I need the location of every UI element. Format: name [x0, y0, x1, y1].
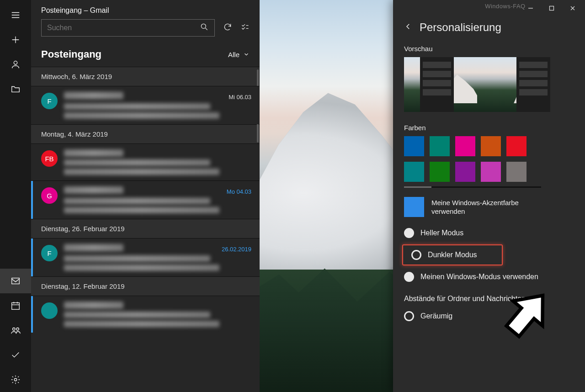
preview-redacted	[64, 207, 219, 213]
radio-icon	[404, 228, 414, 238]
subject-redacted	[64, 159, 210, 166]
calendar-tab[interactable]	[0, 293, 31, 318]
accent-label: Meine Windows-Akzentfarbe verwenden	[431, 198, 537, 216]
nav-column	[0, 0, 31, 392]
filter-dropdown[interactable]: Alle	[228, 51, 250, 58]
avatar: G	[41, 187, 58, 204]
date-separator: Dienstag, 12. Februar 2019	[31, 276, 260, 296]
preview-redacted	[64, 265, 219, 271]
color-swatch[interactable]	[404, 136, 424, 156]
spacing-label: Abstände für Ordner und Nachrichten	[393, 286, 585, 307]
mail-list[interactable]: Mittwoch, 6. März 2019 F Mi 06.03 Montag…	[31, 67, 260, 392]
color-swatch[interactable]	[430, 136, 450, 156]
filter-label: Alle	[228, 51, 239, 58]
sender-redacted	[64, 92, 123, 99]
reading-pane: Windows-FAQ Personalisierung Vorschau	[260, 0, 585, 392]
settings-flyout: Windows-FAQ Personalisierung Vorschau	[393, 0, 585, 392]
color-swatch[interactable]	[506, 162, 526, 182]
accounts-button[interactable]	[0, 52, 31, 77]
preview-redacted	[64, 321, 219, 327]
color-swatch[interactable]	[404, 162, 424, 182]
menu-button[interactable]	[0, 3, 31, 27]
sender-redacted	[64, 149, 123, 157]
mail-item[interactable]: F Mi 06.03	[31, 86, 260, 124]
svg-point-0	[14, 61, 17, 64]
date-separator: Dienstag, 26. Februar 2019	[31, 219, 260, 238]
preview-redacted	[64, 169, 219, 175]
svg-point-5	[14, 378, 17, 381]
subject-redacted	[64, 198, 210, 204]
select-mode-icon[interactable]	[240, 22, 250, 33]
color-swatch[interactable]	[506, 136, 526, 156]
colors-label: Farben	[393, 120, 585, 136]
preview-row	[393, 57, 585, 120]
svg-point-4	[16, 328, 19, 331]
radio-label: Meinen Windows-Modus verwenden	[420, 273, 538, 281]
mail-item[interactable]	[31, 296, 260, 333]
subject-redacted	[64, 103, 210, 110]
mail-tab[interactable]	[0, 269, 31, 293]
color-swatch[interactable]	[455, 162, 475, 182]
mail-item[interactable]: F 26.02.2019	[31, 238, 260, 276]
radio-light-mode[interactable]: Heller Modus	[393, 223, 585, 243]
svg-rect-7	[550, 6, 554, 11]
date-separator: Montag, 4. März 2019	[31, 124, 260, 143]
preview-thumb-list[interactable]	[404, 57, 477, 112]
search-input[interactable]	[47, 24, 200, 32]
settings-title: Personalisierung	[420, 21, 501, 34]
titlebar: Windows-FAQ	[393, 0, 585, 16]
mail-item[interactable]: G Mo 04.03	[31, 180, 260, 219]
accent-swatch	[404, 197, 424, 217]
radio-windows-mode[interactable]: Meinen Windows-Modus verwenden	[393, 267, 585, 286]
radio-label: Geräumig	[420, 312, 452, 320]
radio-spacing-roomy[interactable]: Geräumig	[393, 307, 585, 326]
sync-icon[interactable]	[223, 22, 232, 33]
sender-redacted	[64, 186, 123, 194]
folders-button[interactable]	[0, 77, 31, 101]
maximize-button[interactable]	[541, 1, 562, 16]
radio-icon	[411, 250, 421, 260]
color-swatch[interactable]	[481, 136, 501, 156]
todo-tab[interactable]	[0, 343, 31, 367]
avatar: FB	[41, 150, 58, 167]
avatar: F	[41, 245, 58, 261]
search-box[interactable]	[41, 19, 215, 37]
compose-button[interactable]	[0, 27, 31, 52]
accent-color-option[interactable]: Meine Windows-Akzentfarbe verwenden	[393, 194, 585, 223]
svg-point-6	[201, 24, 206, 28]
mail-date: Mo 04.03	[223, 188, 251, 195]
subject-redacted	[64, 312, 210, 318]
sender-redacted	[64, 244, 123, 251]
radio-dark-mode[interactable]: Dunkler Modus	[402, 244, 503, 265]
radio-label: Dunkler Modus	[428, 251, 477, 259]
preview-thumb-reading[interactable]	[477, 57, 550, 112]
color-swatch[interactable]	[430, 162, 450, 182]
subject-redacted	[64, 255, 210, 262]
date-separator: Mittwoch, 6. März 2019	[31, 67, 260, 86]
inbox-heading: Posteingang	[41, 48, 101, 60]
preview-redacted	[64, 112, 219, 119]
color-swatch[interactable]	[481, 162, 501, 182]
back-icon[interactable]	[404, 22, 412, 32]
mail-date: Mi 06.03	[225, 94, 251, 101]
radio-icon	[404, 311, 414, 321]
chevron-down-icon	[243, 51, 250, 58]
watermark-text: Windows-FAQ	[485, 3, 526, 10]
close-button[interactable]	[562, 1, 583, 16]
mail-date: 26.02.2019	[218, 246, 251, 253]
people-tab[interactable]	[0, 318, 31, 343]
radio-label: Heller Modus	[420, 229, 463, 237]
svg-point-3	[13, 328, 15, 331]
mail-item[interactable]: FB	[31, 143, 260, 180]
sender-redacted	[64, 302, 123, 309]
radio-icon	[404, 272, 414, 282]
avatar	[41, 302, 58, 319]
account-title: Posteingang – Gmail	[31, 0, 260, 19]
swatch-scrollbar[interactable]	[404, 186, 541, 188]
svg-rect-2	[12, 303, 20, 310]
color-swatch[interactable]	[455, 136, 475, 156]
preview-label: Vorschau	[393, 41, 585, 57]
search-icon[interactable]	[200, 22, 209, 33]
svg-rect-1	[12, 278, 20, 284]
settings-tab[interactable]	[0, 367, 31, 392]
